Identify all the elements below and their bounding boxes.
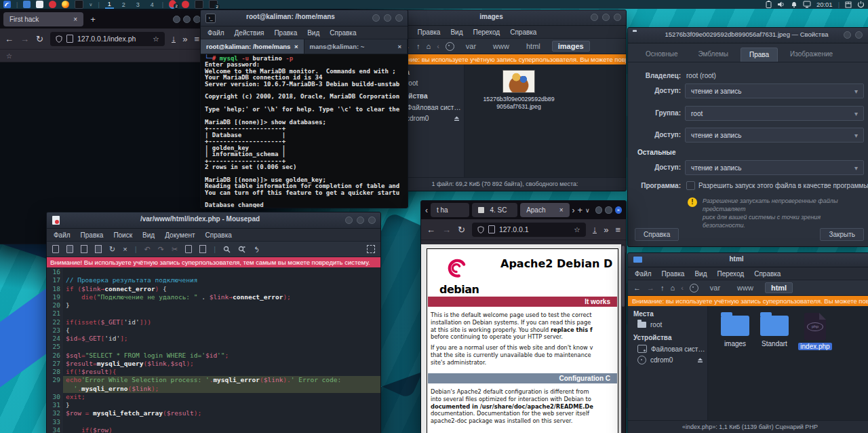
close-file-icon[interactable]: × <box>123 245 127 253</box>
reload-icon[interactable]: ↻ <box>109 245 115 254</box>
workspace-4[interactable]: 4 <box>148 1 157 8</box>
power-icon[interactable] <box>857 1 865 8</box>
reload-icon[interactable]: ↻ <box>458 225 465 235</box>
menu-document[interactable]: Документ <box>165 231 195 239</box>
others-access-dropdown[interactable]: чтение и запись ▾ <box>685 160 864 175</box>
forward-icon[interactable]: → <box>442 225 451 235</box>
workspace-1[interactable]: 1 <box>105 1 114 9</box>
group-dropdown[interactable]: root ▾ <box>685 106 864 121</box>
files-launcher-icon[interactable] <box>23 1 31 8</box>
downloads-icon[interactable]: ↓ <box>593 225 597 233</box>
terminal-tab-root[interactable]: root@kaliman: /home/mans × <box>201 39 304 54</box>
tab-apache[interactable]: Apach × <box>520 203 569 217</box>
title-bar[interactable]: ›_ root@kaliman: /home/mans <box>201 10 408 26</box>
menu-actions[interactable]: Действия <box>235 29 264 37</box>
maximize-button[interactable] <box>605 206 612 214</box>
tab-close-icon[interactable]: × <box>559 206 564 214</box>
tab-first-hack[interactable]: First hack × <box>3 12 83 26</box>
url-bar[interactable]: 127.0.0.1/index.ph ☆ <box>50 32 165 46</box>
menu-view[interactable]: Вид <box>694 270 707 278</box>
editor-area[interactable]: 16 17 18 19 20 21 22 23 24 25 26 27 28 2… <box>47 267 380 433</box>
menu-icon[interactable]: ≡ <box>615 225 620 235</box>
back-icon[interactable]: ← <box>633 284 641 292</box>
bookmark-star-icon[interactable]: ☆ <box>574 225 580 233</box>
terminal-output[interactable]: └─# mysql -u buratino -p Enter password:… <box>201 54 408 208</box>
menu-edit[interactable]: Правка <box>81 231 104 239</box>
path-scroll-left-icon[interactable]: ‹ <box>681 284 684 292</box>
forward-icon[interactable]: → <box>20 34 29 44</box>
menu-view[interactable]: Вид <box>450 29 462 36</box>
search-replace-icon[interactable] <box>238 246 245 253</box>
menu-icon[interactable]: ≡ <box>194 34 199 44</box>
fullscreen-icon[interactable] <box>367 245 375 253</box>
minimize-button[interactable] <box>372 14 380 22</box>
copy-icon[interactable] <box>185 245 192 253</box>
menu-edit[interactable]: Правка <box>274 29 297 37</box>
folder-item-images[interactable]: images <box>717 316 753 347</box>
tab-first-hack-partial[interactable]: t ha <box>431 203 469 217</box>
display-icon[interactable] <box>803 1 811 8</box>
minimize-button[interactable] <box>844 31 851 39</box>
file-view[interactable]: 15276b3f09e0029592db899056af7631.jpeg <box>465 64 626 178</box>
firefox-launcher-icon[interactable] <box>62 1 69 8</box>
path-button-www[interactable]: www <box>488 41 515 51</box>
mousepad-launcher-icon[interactable] <box>49 1 56 8</box>
launcher-chevron-icon[interactable]: ∨ <box>89 2 92 7</box>
tab-emblems[interactable]: Эмблемы <box>690 48 736 62</box>
title-bar[interactable]: 15276b3f09e0029592db899056af7631.jpeg — … <box>628 28 868 43</box>
tab-permissions[interactable]: Права <box>741 48 778 62</box>
maximize-button[interactable] <box>602 14 610 21</box>
maximize-button[interactable] <box>384 14 391 22</box>
close-dialog-button[interactable]: Закрыть <box>820 228 864 241</box>
maximize-button[interactable] <box>183 16 191 23</box>
title-bar[interactable]: images <box>384 10 626 26</box>
folder-item-standart[interactable]: Standart <box>757 316 792 347</box>
path-button-images[interactable]: images <box>552 41 590 52</box>
menu-go[interactable]: Переход <box>717 270 744 278</box>
reload-icon[interactable]: ↻ <box>36 34 43 44</box>
group-access-dropdown[interactable]: чтение и запись ▾ <box>685 128 864 143</box>
path-button-html[interactable]: html <box>521 41 546 51</box>
back-icon[interactable]: ← <box>5 34 14 44</box>
title-bar[interactable]: html <box>628 253 868 267</box>
notification-bell-icon[interactable] <box>791 1 797 8</box>
menu-file[interactable]: Файл <box>208 29 224 37</box>
tab-sql-page[interactable]: 4. SC <box>472 203 517 217</box>
tab-basic[interactable]: Основные <box>637 48 686 62</box>
new-tab-button[interactable]: + <box>578 205 583 215</box>
file-item-index-php[interactable]: index.php <box>796 313 834 350</box>
sidebar-item-cdrom[interactable]: cdrom0 <box>628 354 707 366</box>
sidebar-item-root[interactable]: root <box>628 320 707 330</box>
save-icon[interactable] <box>81 245 87 253</box>
redo-icon[interactable]: ↷ <box>158 245 164 254</box>
menu-view[interactable]: Вид <box>142 231 155 239</box>
home-icon[interactable]: ⌂ <box>427 42 431 50</box>
open-file-icon[interactable] <box>66 245 73 253</box>
terminal-launcher-icon[interactable] <box>75 0 83 9</box>
eject-icon[interactable] <box>697 357 703 363</box>
forward-icon[interactable]: → <box>647 284 654 292</box>
help-button[interactable]: Справка <box>635 228 679 241</box>
menu-go[interactable]: Переход <box>473 29 500 36</box>
package-icon[interactable] <box>845 1 852 8</box>
menu-help[interactable]: Справка <box>754 270 781 278</box>
task-mousepad-icon[interactable]: 2 <box>169 0 176 9</box>
text-file-launcher-icon[interactable] <box>36 1 43 8</box>
maximize-button[interactable] <box>357 216 364 224</box>
executable-checkbox[interactable] <box>686 181 695 190</box>
close-button[interactable] <box>614 14 621 21</box>
minimize-button[interactable] <box>591 14 598 21</box>
kali-menu-icon[interactable] <box>3 1 11 8</box>
tab-close-icon[interactable]: × <box>294 43 298 50</box>
workspace-2[interactable]: 2 <box>119 1 128 8</box>
terminal-tab-mans[interactable]: mans@kaliman: ~ × <box>304 39 408 54</box>
paste-icon[interactable] <box>199 245 206 253</box>
title-bar[interactable]: /var/www/html/index.php - Mousepad <box>47 212 380 229</box>
task-window-icon[interactable]: 2 <box>209 0 218 9</box>
close-button[interactable] <box>368 216 376 224</box>
url-bar[interactable]: 127.0.0.1 ☆ <box>472 223 586 237</box>
tab-scroll-left-icon[interactable]: ‹ <box>425 206 428 215</box>
cut-icon[interactable]: ✂ <box>172 245 178 254</box>
scrollbar[interactable] <box>621 244 625 433</box>
close-button[interactable] <box>855 31 863 39</box>
